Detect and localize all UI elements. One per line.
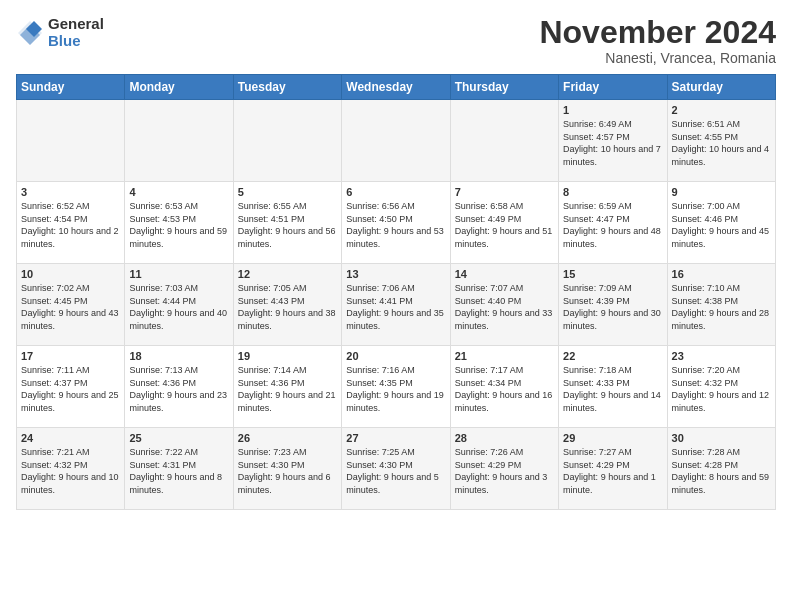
day-number: 8	[563, 186, 662, 198]
header-row: Sunday Monday Tuesday Wednesday Thursday…	[17, 75, 776, 100]
day-cell: 7Sunrise: 6:58 AM Sunset: 4:49 PM Daylig…	[450, 182, 558, 264]
day-number: 22	[563, 350, 662, 362]
day-cell: 15Sunrise: 7:09 AM Sunset: 4:39 PM Dayli…	[559, 264, 667, 346]
day-info: Sunrise: 6:55 AM Sunset: 4:51 PM Dayligh…	[238, 200, 337, 250]
day-cell: 2Sunrise: 6:51 AM Sunset: 4:55 PM Daylig…	[667, 100, 775, 182]
logo: General Blue	[16, 16, 104, 49]
subtitle: Nanesti, Vrancea, Romania	[539, 50, 776, 66]
logo-general: General	[48, 16, 104, 33]
day-info: Sunrise: 6:58 AM Sunset: 4:49 PM Dayligh…	[455, 200, 554, 250]
day-info: Sunrise: 7:14 AM Sunset: 4:36 PM Dayligh…	[238, 364, 337, 414]
day-cell: 23Sunrise: 7:20 AM Sunset: 4:32 PM Dayli…	[667, 346, 775, 428]
day-cell: 17Sunrise: 7:11 AM Sunset: 4:37 PM Dayli…	[17, 346, 125, 428]
calendar-header: Sunday Monday Tuesday Wednesday Thursday…	[17, 75, 776, 100]
day-info: Sunrise: 6:52 AM Sunset: 4:54 PM Dayligh…	[21, 200, 120, 250]
day-cell: 6Sunrise: 6:56 AM Sunset: 4:50 PM Daylig…	[342, 182, 450, 264]
day-cell: 26Sunrise: 7:23 AM Sunset: 4:30 PM Dayli…	[233, 428, 341, 510]
day-number: 11	[129, 268, 228, 280]
day-number: 28	[455, 432, 554, 444]
calendar-table: Sunday Monday Tuesday Wednesday Thursday…	[16, 74, 776, 510]
day-number: 2	[672, 104, 771, 116]
header-friday: Friday	[559, 75, 667, 100]
day-info: Sunrise: 7:11 AM Sunset: 4:37 PM Dayligh…	[21, 364, 120, 414]
title-block: November 2024 Nanesti, Vrancea, Romania	[539, 16, 776, 66]
day-info: Sunrise: 6:56 AM Sunset: 4:50 PM Dayligh…	[346, 200, 445, 250]
day-number: 30	[672, 432, 771, 444]
day-cell	[450, 100, 558, 182]
day-info: Sunrise: 7:10 AM Sunset: 4:38 PM Dayligh…	[672, 282, 771, 332]
day-number: 19	[238, 350, 337, 362]
day-info: Sunrise: 7:18 AM Sunset: 4:33 PM Dayligh…	[563, 364, 662, 414]
week-row-3: 10Sunrise: 7:02 AM Sunset: 4:45 PM Dayli…	[17, 264, 776, 346]
day-number: 17	[21, 350, 120, 362]
day-info: Sunrise: 7:28 AM Sunset: 4:28 PM Dayligh…	[672, 446, 771, 496]
day-number: 13	[346, 268, 445, 280]
day-info: Sunrise: 7:20 AM Sunset: 4:32 PM Dayligh…	[672, 364, 771, 414]
day-number: 24	[21, 432, 120, 444]
day-info: Sunrise: 7:07 AM Sunset: 4:40 PM Dayligh…	[455, 282, 554, 332]
header: General Blue November 2024 Nanesti, Vran…	[16, 16, 776, 66]
day-info: Sunrise: 6:49 AM Sunset: 4:57 PM Dayligh…	[563, 118, 662, 168]
day-info: Sunrise: 7:03 AM Sunset: 4:44 PM Dayligh…	[129, 282, 228, 332]
day-cell	[17, 100, 125, 182]
day-cell: 27Sunrise: 7:25 AM Sunset: 4:30 PM Dayli…	[342, 428, 450, 510]
logo-icon	[16, 19, 44, 47]
day-cell: 30Sunrise: 7:28 AM Sunset: 4:28 PM Dayli…	[667, 428, 775, 510]
day-info: Sunrise: 7:21 AM Sunset: 4:32 PM Dayligh…	[21, 446, 120, 496]
header-sunday: Sunday	[17, 75, 125, 100]
day-number: 10	[21, 268, 120, 280]
day-number: 21	[455, 350, 554, 362]
day-cell: 29Sunrise: 7:27 AM Sunset: 4:29 PM Dayli…	[559, 428, 667, 510]
day-number: 16	[672, 268, 771, 280]
day-info: Sunrise: 7:13 AM Sunset: 4:36 PM Dayligh…	[129, 364, 228, 414]
day-cell: 24Sunrise: 7:21 AM Sunset: 4:32 PM Dayli…	[17, 428, 125, 510]
week-row-4: 17Sunrise: 7:11 AM Sunset: 4:37 PM Dayli…	[17, 346, 776, 428]
day-number: 6	[346, 186, 445, 198]
day-number: 1	[563, 104, 662, 116]
day-number: 18	[129, 350, 228, 362]
day-number: 15	[563, 268, 662, 280]
week-row-2: 3Sunrise: 6:52 AM Sunset: 4:54 PM Daylig…	[17, 182, 776, 264]
day-cell: 20Sunrise: 7:16 AM Sunset: 4:35 PM Dayli…	[342, 346, 450, 428]
day-number: 25	[129, 432, 228, 444]
day-cell: 19Sunrise: 7:14 AM Sunset: 4:36 PM Dayli…	[233, 346, 341, 428]
day-info: Sunrise: 7:26 AM Sunset: 4:29 PM Dayligh…	[455, 446, 554, 496]
day-number: 5	[238, 186, 337, 198]
week-row-5: 24Sunrise: 7:21 AM Sunset: 4:32 PM Dayli…	[17, 428, 776, 510]
logo-text: General Blue	[48, 16, 104, 49]
day-cell: 3Sunrise: 6:52 AM Sunset: 4:54 PM Daylig…	[17, 182, 125, 264]
header-tuesday: Tuesday	[233, 75, 341, 100]
day-number: 12	[238, 268, 337, 280]
day-info: Sunrise: 6:59 AM Sunset: 4:47 PM Dayligh…	[563, 200, 662, 250]
day-number: 9	[672, 186, 771, 198]
day-cell: 5Sunrise: 6:55 AM Sunset: 4:51 PM Daylig…	[233, 182, 341, 264]
day-info: Sunrise: 7:02 AM Sunset: 4:45 PM Dayligh…	[21, 282, 120, 332]
calendar-container: General Blue November 2024 Nanesti, Vran…	[0, 0, 792, 518]
day-cell: 13Sunrise: 7:06 AM Sunset: 4:41 PM Dayli…	[342, 264, 450, 346]
header-wednesday: Wednesday	[342, 75, 450, 100]
day-cell: 1Sunrise: 6:49 AM Sunset: 4:57 PM Daylig…	[559, 100, 667, 182]
logo-blue: Blue	[48, 33, 104, 50]
day-cell: 16Sunrise: 7:10 AM Sunset: 4:38 PM Dayli…	[667, 264, 775, 346]
day-info: Sunrise: 7:27 AM Sunset: 4:29 PM Dayligh…	[563, 446, 662, 496]
day-cell	[125, 100, 233, 182]
day-info: Sunrise: 7:00 AM Sunset: 4:46 PM Dayligh…	[672, 200, 771, 250]
day-info: Sunrise: 6:53 AM Sunset: 4:53 PM Dayligh…	[129, 200, 228, 250]
day-number: 7	[455, 186, 554, 198]
day-info: Sunrise: 7:05 AM Sunset: 4:43 PM Dayligh…	[238, 282, 337, 332]
day-info: Sunrise: 7:25 AM Sunset: 4:30 PM Dayligh…	[346, 446, 445, 496]
day-cell: 4Sunrise: 6:53 AM Sunset: 4:53 PM Daylig…	[125, 182, 233, 264]
day-number: 20	[346, 350, 445, 362]
day-cell	[233, 100, 341, 182]
day-number: 29	[563, 432, 662, 444]
calendar-body: 1Sunrise: 6:49 AM Sunset: 4:57 PM Daylig…	[17, 100, 776, 510]
day-cell: 18Sunrise: 7:13 AM Sunset: 4:36 PM Dayli…	[125, 346, 233, 428]
day-info: Sunrise: 7:09 AM Sunset: 4:39 PM Dayligh…	[563, 282, 662, 332]
day-info: Sunrise: 7:22 AM Sunset: 4:31 PM Dayligh…	[129, 446, 228, 496]
day-cell: 28Sunrise: 7:26 AM Sunset: 4:29 PM Dayli…	[450, 428, 558, 510]
day-info: Sunrise: 7:23 AM Sunset: 4:30 PM Dayligh…	[238, 446, 337, 496]
day-cell: 8Sunrise: 6:59 AM Sunset: 4:47 PM Daylig…	[559, 182, 667, 264]
day-cell: 25Sunrise: 7:22 AM Sunset: 4:31 PM Dayli…	[125, 428, 233, 510]
day-info: Sunrise: 6:51 AM Sunset: 4:55 PM Dayligh…	[672, 118, 771, 168]
day-cell: 21Sunrise: 7:17 AM Sunset: 4:34 PM Dayli…	[450, 346, 558, 428]
